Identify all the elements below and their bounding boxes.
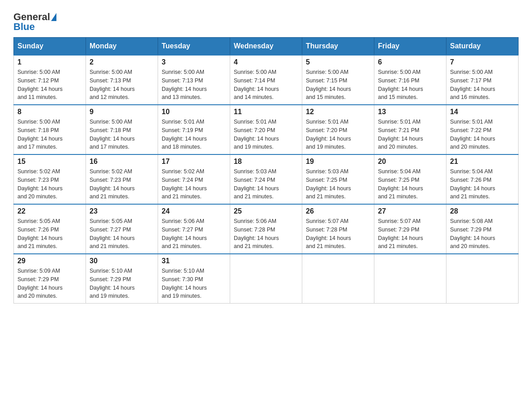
calendar-cell: 4Sunrise: 5:00 AMSunset: 7:14 PMDaylight… <box>230 55 302 105</box>
day-info: Sunrise: 5:01 AMSunset: 7:20 PMDaylight:… <box>306 118 370 151</box>
calendar-cell: 10Sunrise: 5:01 AMSunset: 7:19 PMDayligh… <box>158 105 230 154</box>
calendar-cell: 7Sunrise: 5:00 AMSunset: 7:17 PMDaylight… <box>446 55 519 105</box>
calendar-cell: 2Sunrise: 5:00 AMSunset: 7:13 PMDaylight… <box>86 55 158 105</box>
day-number: 9 <box>90 108 154 116</box>
day-info: Sunrise: 5:01 AMSunset: 7:20 PMDaylight:… <box>234 118 298 151</box>
day-number: 3 <box>162 58 226 66</box>
day-number: 23 <box>90 207 154 215</box>
day-info: Sunrise: 5:02 AMSunset: 7:23 PMDaylight:… <box>90 167 154 201</box>
calendar-cell: 29Sunrise: 5:09 AMSunset: 7:29 PMDayligh… <box>14 254 86 304</box>
calendar-cell: 22Sunrise: 5:05 AMSunset: 7:26 PMDayligh… <box>14 204 86 254</box>
calendar-cell: 8Sunrise: 5:00 AMSunset: 7:18 PMDaylight… <box>14 105 86 154</box>
calendar-cell: 6Sunrise: 5:00 AMSunset: 7:16 PMDaylight… <box>374 55 446 105</box>
day-number: 18 <box>234 158 298 166</box>
day-info: Sunrise: 5:06 AMSunset: 7:27 PMDaylight:… <box>162 217 226 251</box>
header-cell-sunday: Sunday <box>14 38 86 56</box>
logo-blue-text: Blue <box>13 21 35 33</box>
calendar-cell: 13Sunrise: 5:01 AMSunset: 7:21 PMDayligh… <box>374 105 446 154</box>
calendar-cell: 15Sunrise: 5:02 AMSunset: 7:23 PMDayligh… <box>14 154 86 204</box>
day-info: Sunrise: 5:00 AMSunset: 7:18 PMDaylight:… <box>90 118 154 151</box>
day-info: Sunrise: 5:03 AMSunset: 7:24 PMDaylight:… <box>234 167 298 201</box>
calendar-cell <box>374 254 446 304</box>
day-info: Sunrise: 5:01 AMSunset: 7:19 PMDaylight:… <box>162 118 226 151</box>
header-cell-wednesday: Wednesday <box>230 38 302 56</box>
week-row-2: 8Sunrise: 5:00 AMSunset: 7:18 PMDaylight… <box>14 105 519 154</box>
day-info: Sunrise: 5:01 AMSunset: 7:21 PMDaylight:… <box>378 118 442 151</box>
calendar-cell: 18Sunrise: 5:03 AMSunset: 7:24 PMDayligh… <box>230 154 302 204</box>
day-info: Sunrise: 5:03 AMSunset: 7:25 PMDaylight:… <box>306 167 370 201</box>
calendar-cell: 27Sunrise: 5:07 AMSunset: 7:29 PMDayligh… <box>374 204 446 254</box>
day-number: 10 <box>162 108 226 116</box>
day-info: Sunrise: 5:10 AMSunset: 7:29 PMDaylight:… <box>90 267 154 300</box>
week-row-4: 22Sunrise: 5:05 AMSunset: 7:26 PMDayligh… <box>14 204 519 254</box>
week-row-5: 29Sunrise: 5:09 AMSunset: 7:29 PMDayligh… <box>14 254 519 304</box>
day-info: Sunrise: 5:05 AMSunset: 7:27 PMDaylight:… <box>90 217 154 251</box>
logo: General Blue <box>13 9 57 33</box>
calendar-cell <box>302 254 374 304</box>
calendar-cell <box>446 254 519 304</box>
day-info: Sunrise: 5:00 AMSunset: 7:13 PMDaylight:… <box>162 68 226 102</box>
page-header: General Blue <box>13 9 519 33</box>
header-cell-friday: Friday <box>374 38 446 56</box>
calendar-cell: 25Sunrise: 5:06 AMSunset: 7:28 PMDayligh… <box>230 204 302 254</box>
day-info: Sunrise: 5:08 AMSunset: 7:29 PMDaylight:… <box>450 217 515 251</box>
day-info: Sunrise: 5:00 AMSunset: 7:16 PMDaylight:… <box>378 68 442 102</box>
day-number: 1 <box>17 58 82 66</box>
day-number: 6 <box>378 58 442 66</box>
day-info: Sunrise: 5:00 AMSunset: 7:17 PMDaylight:… <box>450 68 515 102</box>
calendar-cell: 30Sunrise: 5:10 AMSunset: 7:29 PMDayligh… <box>86 254 158 304</box>
calendar-cell: 3Sunrise: 5:00 AMSunset: 7:13 PMDaylight… <box>158 55 230 105</box>
day-info: Sunrise: 5:01 AMSunset: 7:22 PMDaylight:… <box>450 118 515 151</box>
calendar-cell: 11Sunrise: 5:01 AMSunset: 7:20 PMDayligh… <box>230 105 302 154</box>
calendar-cell: 14Sunrise: 5:01 AMSunset: 7:22 PMDayligh… <box>446 105 519 154</box>
day-number: 5 <box>306 58 370 66</box>
day-number: 17 <box>162 158 226 166</box>
week-row-3: 15Sunrise: 5:02 AMSunset: 7:23 PMDayligh… <box>14 154 519 204</box>
calendar-cell: 20Sunrise: 5:04 AMSunset: 7:25 PMDayligh… <box>374 154 446 204</box>
day-number: 28 <box>450 207 515 215</box>
day-number: 30 <box>90 257 154 265</box>
day-number: 4 <box>234 58 298 66</box>
calendar-cell: 24Sunrise: 5:06 AMSunset: 7:27 PMDayligh… <box>158 204 230 254</box>
day-number: 2 <box>90 58 154 66</box>
logo-triangle-icon <box>51 13 56 21</box>
calendar-cell: 5Sunrise: 5:00 AMSunset: 7:15 PMDaylight… <box>302 55 374 105</box>
day-number: 20 <box>378 158 442 166</box>
day-info: Sunrise: 5:04 AMSunset: 7:25 PMDaylight:… <box>378 167 442 201</box>
day-number: 13 <box>378 108 442 116</box>
calendar-body: 1Sunrise: 5:00 AMSunset: 7:12 PMDaylight… <box>14 55 519 304</box>
day-info: Sunrise: 5:07 AMSunset: 7:28 PMDaylight:… <box>306 217 370 251</box>
day-number: 29 <box>17 257 82 265</box>
day-info: Sunrise: 5:00 AMSunset: 7:18 PMDaylight:… <box>17 118 82 151</box>
day-number: 7 <box>450 58 515 66</box>
calendar-cell: 28Sunrise: 5:08 AMSunset: 7:29 PMDayligh… <box>446 204 519 254</box>
day-number: 8 <box>17 108 82 116</box>
day-number: 12 <box>306 108 370 116</box>
calendar-cell: 9Sunrise: 5:00 AMSunset: 7:18 PMDaylight… <box>86 105 158 154</box>
day-number: 31 <box>162 257 226 265</box>
calendar-cell: 12Sunrise: 5:01 AMSunset: 7:20 PMDayligh… <box>302 105 374 154</box>
calendar-cell: 31Sunrise: 5:10 AMSunset: 7:30 PMDayligh… <box>158 254 230 304</box>
calendar-cell: 21Sunrise: 5:04 AMSunset: 7:26 PMDayligh… <box>446 154 519 204</box>
day-info: Sunrise: 5:00 AMSunset: 7:15 PMDaylight:… <box>306 68 370 102</box>
calendar-cell: 1Sunrise: 5:00 AMSunset: 7:12 PMDaylight… <box>14 55 86 105</box>
calendar-cell: 17Sunrise: 5:02 AMSunset: 7:24 PMDayligh… <box>158 154 230 204</box>
day-info: Sunrise: 5:10 AMSunset: 7:30 PMDaylight:… <box>162 267 226 300</box>
day-info: Sunrise: 5:07 AMSunset: 7:29 PMDaylight:… <box>378 217 442 251</box>
day-number: 11 <box>234 108 298 116</box>
calendar-cell: 26Sunrise: 5:07 AMSunset: 7:28 PMDayligh… <box>302 204 374 254</box>
day-number: 26 <box>306 207 370 215</box>
header-cell-thursday: Thursday <box>302 38 374 56</box>
calendar-cell: 19Sunrise: 5:03 AMSunset: 7:25 PMDayligh… <box>302 154 374 204</box>
day-number: 16 <box>90 158 154 166</box>
calendar-cell: 23Sunrise: 5:05 AMSunset: 7:27 PMDayligh… <box>86 204 158 254</box>
day-number: 19 <box>306 158 370 166</box>
day-number: 24 <box>162 207 226 215</box>
day-number: 22 <box>17 207 82 215</box>
calendar-cell: 16Sunrise: 5:02 AMSunset: 7:23 PMDayligh… <box>86 154 158 204</box>
calendar-table: SundayMondayTuesdayWednesdayThursdayFrid… <box>13 37 519 304</box>
day-info: Sunrise: 5:00 AMSunset: 7:14 PMDaylight:… <box>234 68 298 102</box>
day-info: Sunrise: 5:09 AMSunset: 7:29 PMDaylight:… <box>17 267 82 300</box>
day-number: 15 <box>17 158 82 166</box>
header-cell-saturday: Saturday <box>446 38 519 56</box>
